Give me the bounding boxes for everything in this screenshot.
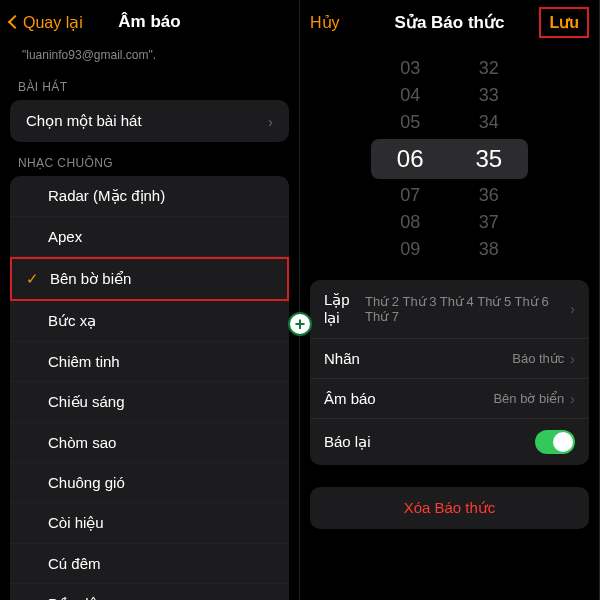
- ringtone-item[interactable]: Bức xạ: [10, 301, 289, 342]
- ringtone-item[interactable]: Bên bờ biển: [10, 257, 289, 301]
- ringtone-item[interactable]: Chiếu sáng: [10, 382, 289, 423]
- picker-value: 04: [400, 85, 420, 106]
- label-value: Báo thức: [512, 351, 564, 366]
- email-text: "luaninfo93@gmail.com".: [0, 44, 299, 66]
- chevron-right-icon: ›: [570, 301, 575, 317]
- sound-label: Âm báo: [324, 390, 376, 407]
- ringtone-item[interactable]: Chiêm tinh: [10, 342, 289, 382]
- ringtone-list: Radar (Mặc định)ApexBên bờ biểnBức xạChi…: [0, 176, 299, 600]
- choose-song-row[interactable]: Chọn một bài hát ›: [10, 100, 289, 142]
- hour-column[interactable]: 03040506070809: [371, 58, 450, 260]
- alarm-options: Lặp lại Thứ 2 Thứ 3 Thứ 4 Thứ 5 Thứ 6 Th…: [310, 280, 589, 465]
- picker-value: 05: [400, 112, 420, 133]
- picker-value: 03: [400, 58, 420, 79]
- ringtone-item[interactable]: Dồn dập: [10, 584, 289, 600]
- picker-value: 37: [479, 212, 499, 233]
- picker-selected: 06: [371, 139, 450, 179]
- back-button[interactable]: Quay lại: [10, 13, 83, 32]
- ringtone-item[interactable]: Apex: [10, 217, 289, 257]
- minute-column[interactable]: 32333435363738: [450, 58, 529, 260]
- sound-row[interactable]: Âm báo Bên bờ biển ›: [310, 379, 589, 419]
- repeat-label: Lặp lại: [324, 291, 365, 327]
- picker-value: 09: [400, 239, 420, 260]
- label-label: Nhãn: [324, 350, 360, 367]
- ringtone-item[interactable]: Chòm sao: [10, 423, 289, 463]
- snooze-label: Báo lại: [324, 433, 371, 451]
- picker-value: 32: [479, 58, 499, 79]
- header: Quay lại Âm báo: [0, 0, 299, 44]
- snooze-row[interactable]: Báo lại: [310, 419, 589, 465]
- sound-selection-screen: Quay lại Âm báo "luaninfo93@gmail.com". …: [0, 0, 300, 600]
- time-picker[interactable]: 03040506070809 32333435363738: [300, 44, 599, 280]
- snooze-toggle[interactable]: [535, 430, 575, 454]
- picker-value: 08: [400, 212, 420, 233]
- chevron-left-icon: [10, 13, 20, 31]
- song-section-header: BÀI HÁT: [0, 66, 299, 100]
- page-title: Âm báo: [118, 12, 180, 32]
- ringtone-item[interactable]: Chuông gió: [10, 463, 289, 503]
- sound-value: Bên bờ biển: [493, 391, 564, 406]
- repeat-row[interactable]: Lặp lại Thứ 2 Thứ 3 Thứ 4 Thứ 5 Thứ 6 Th…: [310, 280, 589, 339]
- picker-value: 38: [479, 239, 499, 260]
- cancel-button[interactable]: Hủy: [310, 13, 340, 32]
- repeat-value: Thứ 2 Thứ 3 Thứ 4 Thứ 5 Thứ 6 Thứ 7: [365, 294, 564, 324]
- picker-value: 07: [400, 185, 420, 206]
- plus-icon: +: [288, 312, 312, 336]
- ringtone-section-header: NHẠC CHUÔNG: [0, 142, 299, 176]
- save-button[interactable]: Lưu: [539, 7, 589, 38]
- header: Hủy Sửa Báo thức Lưu: [300, 0, 599, 44]
- delete-alarm-button[interactable]: Xóa Báo thức: [310, 487, 589, 529]
- ringtone-item[interactable]: Cú đêm: [10, 544, 289, 584]
- chevron-right-icon: ›: [268, 113, 273, 130]
- label-row[interactable]: Nhãn Báo thức ›: [310, 339, 589, 379]
- edit-alarm-screen: Hủy Sửa Báo thức Lưu 03040506070809 3233…: [300, 0, 600, 600]
- picker-value: 36: [479, 185, 499, 206]
- picker-value: 33: [479, 85, 499, 106]
- choose-song-label: Chọn một bài hát: [26, 112, 142, 130]
- ringtone-item[interactable]: Radar (Mặc định): [10, 176, 289, 217]
- page-title: Sửa Báo thức: [395, 12, 505, 33]
- chevron-right-icon: ›: [570, 351, 575, 367]
- picker-selected: 35: [450, 139, 529, 179]
- chevron-right-icon: ›: [570, 391, 575, 407]
- ringtone-item[interactable]: Còi hiệu: [10, 503, 289, 544]
- picker-value: 34: [479, 112, 499, 133]
- back-label: Quay lại: [23, 13, 83, 32]
